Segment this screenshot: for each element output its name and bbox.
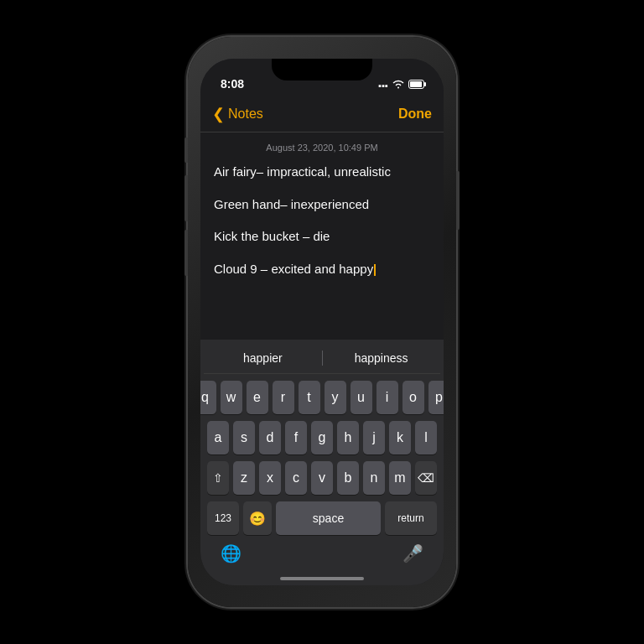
- phone-frame: 8:08 ▪▪▪: [188, 37, 456, 607]
- key-row-2: a s d f g h j k l: [207, 421, 437, 454]
- mic-icon[interactable]: 🎤: [402, 543, 423, 564]
- key-n[interactable]: n: [363, 461, 385, 495]
- key-g[interactable]: g: [311, 421, 333, 454]
- key-q[interactable]: q: [200, 381, 216, 414]
- key-delete[interactable]: ⌫: [415, 461, 437, 495]
- chevron-left-icon: ❮: [212, 105, 225, 123]
- key-row-4: 123 😊 space return: [207, 501, 437, 535]
- key-o[interactable]: o: [402, 381, 424, 414]
- key-rows: q w e r t y u i o p a s d f g: [204, 374, 440, 538]
- status-icons: ▪▪▪: [378, 80, 427, 91]
- key-p[interactable]: p: [428, 381, 444, 414]
- note-line-2: Green hand– inexperienced: [214, 195, 430, 215]
- key-z[interactable]: z: [233, 461, 255, 495]
- key-space[interactable]: space: [276, 501, 381, 535]
- key-j[interactable]: j: [363, 421, 385, 454]
- note-line-1: Air fairy– impractical, unrealistic: [214, 163, 430, 182]
- power-button: [456, 171, 460, 230]
- keyboard: happier happiness q w e r t y u i o p: [200, 340, 444, 585]
- autocomplete-bar: happier happiness: [204, 345, 440, 374]
- key-i[interactable]: i: [377, 381, 398, 414]
- volume-down-button: [184, 230, 188, 276]
- wifi-icon: [392, 80, 404, 91]
- svg-rect-1: [410, 81, 422, 87]
- key-b[interactable]: b: [337, 461, 359, 495]
- key-emoji[interactable]: 😊: [243, 501, 272, 535]
- nav-back-label: Notes: [228, 106, 263, 122]
- key-s[interactable]: s: [233, 421, 255, 454]
- mute-button: [184, 138, 188, 163]
- back-button[interactable]: ❮ Notes: [212, 105, 263, 123]
- key-h[interactable]: h: [337, 421, 359, 454]
- key-row-1: q w e r t y u i o p: [207, 381, 437, 414]
- note-line-4: Cloud 9 – excited and happy: [214, 260, 430, 279]
- key-d[interactable]: d: [259, 421, 281, 454]
- globe-icon[interactable]: 🌐: [221, 543, 242, 564]
- battery-icon: [408, 80, 427, 91]
- key-y[interactable]: y: [325, 381, 346, 414]
- svg-rect-2: [424, 82, 426, 86]
- done-button[interactable]: Done: [398, 106, 432, 122]
- autocomplete-happiness[interactable]: happiness: [322, 350, 440, 366]
- key-m[interactable]: m: [389, 461, 411, 495]
- keyboard-bottom-bar: 🌐 🎤: [204, 538, 440, 574]
- note-content[interactable]: August 23, 2020, 10:49 PM Air fairy– imp…: [200, 132, 444, 340]
- home-bar: [280, 577, 364, 580]
- key-x[interactable]: x: [259, 461, 281, 495]
- key-shift[interactable]: ⇧: [207, 461, 229, 495]
- autocomplete-happier[interactable]: happier: [204, 350, 322, 366]
- volume-up-button: [184, 175, 188, 221]
- key-k[interactable]: k: [389, 421, 411, 454]
- key-v[interactable]: v: [311, 461, 333, 495]
- key-t[interactable]: t: [299, 381, 320, 414]
- signal-icon: ▪▪▪: [378, 80, 388, 91]
- key-u[interactable]: u: [351, 381, 372, 414]
- key-r[interactable]: r: [273, 381, 294, 414]
- note-timestamp: August 23, 2020, 10:49 PM: [214, 143, 430, 153]
- key-w[interactable]: w: [221, 381, 242, 414]
- key-return[interactable]: return: [385, 501, 437, 535]
- phone-screen: 8:08 ▪▪▪: [200, 59, 444, 585]
- nav-bar: ❮ Notes Done: [200, 96, 444, 132]
- key-f[interactable]: f: [285, 421, 307, 454]
- key-l[interactable]: l: [415, 421, 437, 454]
- note-line-3: Kick the bucket – die: [214, 227, 430, 247]
- key-e[interactable]: e: [247, 381, 268, 414]
- key-a[interactable]: a: [207, 421, 229, 454]
- key-row-3: ⇧ z x c v b n m ⌫: [207, 461, 437, 495]
- key-c[interactable]: c: [285, 461, 307, 495]
- notch: [272, 59, 372, 80]
- key-123[interactable]: 123: [207, 501, 239, 535]
- home-indicator: [204, 574, 440, 585]
- text-cursor: [374, 264, 376, 276]
